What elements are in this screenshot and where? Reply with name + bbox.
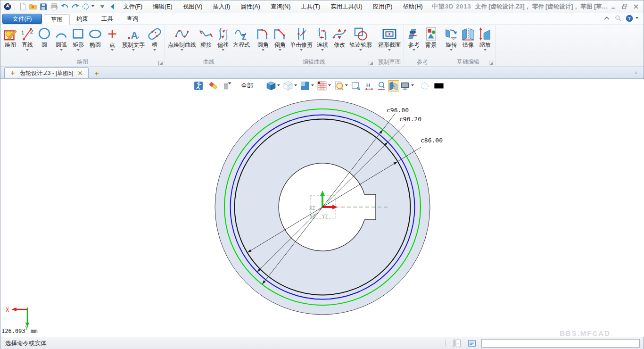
dropdown-arrow-icon[interactable] [388, 49, 391, 52]
menu-help[interactable]: 帮助(H) [397, 0, 428, 13]
ribbon-item-rotate[interactable]: 旋转 [443, 26, 460, 53]
ribbon-group-title: 预制草图 [375, 58, 404, 66]
menu-edit[interactable]: 编辑(E) [148, 0, 178, 13]
ribbon-item-pretext[interactable]: A 预制文字 [121, 26, 146, 53]
input-options-icon[interactable]: T [452, 339, 462, 348]
plane-label-xz[interactable]: XZ [309, 206, 315, 211]
ribbon-item-sketch[interactable]: 绘图 [2, 26, 19, 49]
ribbon-item-point-curve[interactable]: 点绘制曲线 [166, 26, 198, 53]
gear-sketch[interactable]: XZ YZ YZ c96.00 c90.2 [0, 79, 644, 337]
minimize-button[interactable] [609, 2, 618, 11]
ribbon-item-chamfer[interactable]: 倒角 [272, 26, 289, 53]
ribbon-item-label: 参考 [408, 42, 420, 48]
help-icon[interactable]: ? [625, 14, 634, 23]
app-brand: 中望3D 2013 [428, 2, 475, 11]
document-tab-label: 齿轮设计.Z3 - [草图5] [20, 69, 73, 77]
ribbon-item-bridge[interactable]: 桥接 [198, 26, 215, 49]
dropdown-arrow-icon[interactable] [222, 49, 224, 52]
drawing-canvas[interactable]: 全部 H [0, 79, 644, 337]
dialog-launcher-icon[interactable] [489, 61, 494, 66]
collapse-left-icon[interactable] [108, 2, 117, 11]
dialog-launcher-icon[interactable] [158, 61, 163, 66]
command-list-icon[interactable] [467, 339, 477, 348]
menu-applications[interactable]: 应用(P) [368, 0, 398, 13]
menu-insert[interactable]: 插入(I) [207, 0, 235, 13]
print-button[interactable] [50, 2, 58, 11]
dropdown-arrow-icon[interactable] [484, 49, 487, 52]
dropdown-arrow-icon[interactable] [450, 49, 453, 52]
ribbon-item-track-profile[interactable]: 轨迹轮廓 [348, 26, 373, 53]
tab-tools[interactable]: 工具 [95, 14, 120, 25]
ribbon-item-box-section[interactable]: 箱形截面 [377, 26, 402, 53]
tab-inquire[interactable]: 查询 [120, 14, 145, 25]
undo-button[interactable] [60, 2, 69, 11]
document-tab-active[interactable]: 齿轮设计.Z3 - [草图5] [4, 67, 89, 78]
menu-tools[interactable]: 工具(T) [296, 0, 325, 13]
close-button[interactable] [632, 2, 640, 11]
dropdown-arrow-icon[interactable] [279, 49, 281, 52]
dropdown-arrow-icon[interactable] [111, 49, 114, 52]
new-tab-button[interactable] [93, 70, 100, 77]
equation-icon: Σ [234, 26, 248, 42]
menu-view[interactable]: 视图(V) [178, 0, 208, 13]
ribbon-item-mirror[interactable]: 镜像 [460, 26, 477, 49]
ribbon-item-trim[interactable]: 单击修剪 [289, 26, 314, 53]
sync-view-button[interactable] [82, 2, 90, 11]
ribbon-item-scale[interactable]: 缩放 [477, 26, 494, 53]
dropdown-arrow-icon[interactable] [153, 49, 156, 52]
dialog-launcher-icon[interactable] [369, 61, 373, 66]
help-dropdown-icon[interactable] [636, 17, 638, 20]
tab-close-icon[interactable] [77, 70, 83, 76]
ribbon-group-predefined-sketch: 箱形截面 预制草图 [375, 25, 404, 66]
redo-button[interactable] [71, 2, 79, 11]
ribbon-item-reference[interactable]: REF 参考 [405, 26, 422, 53]
ribbon-item-label: 绘图 [5, 42, 16, 48]
ribbon-item-continue[interactable]: 连续 [314, 26, 331, 53]
command-input[interactable] [481, 339, 640, 348]
menu-utilities[interactable]: 实用工具(U) [325, 0, 367, 13]
dropdown-arrow-icon[interactable] [60, 49, 63, 52]
ribbon-item-line[interactable]: 12 直线 [19, 26, 36, 53]
menu-attributes[interactable]: 属性(A) [235, 0, 265, 13]
ribbon-item-rectangle[interactable]: 矩形 [70, 26, 87, 53]
menu-file[interactable]: 文件(F) [118, 0, 148, 13]
plane-label-yz[interactable]: YZ [322, 214, 328, 219]
ribbon-item-equation[interactable]: Σ 方程式 [231, 26, 251, 49]
tab-pin-plus-icon[interactable] [9, 70, 16, 76]
ribbon-item-slot[interactable]: 槽 [146, 26, 163, 53]
ribbon-item-modify[interactable]: 修改 [331, 26, 348, 49]
dropdown-arrow-icon[interactable] [359, 49, 362, 52]
ribbon-item-fillet[interactable]: 圆角 [255, 26, 272, 53]
new-document-button[interactable] [18, 2, 26, 11]
ribbon-item-arc[interactable]: 圆弧 [53, 26, 70, 53]
dropdown-arrow-icon[interactable] [26, 49, 29, 52]
open-file-button[interactable] [29, 2, 37, 11]
sync-dropdown-icon[interactable] [91, 5, 94, 8]
dropdown-arrow-icon[interactable] [300, 49, 303, 52]
ribbon-item-point[interactable]: 点 [104, 26, 121, 53]
toolbar-options-button[interactable] [98, 2, 106, 11]
ribbon-item-label: 连续 [317, 42, 328, 48]
save-button[interactable] [39, 2, 48, 11]
restore-button[interactable] [620, 2, 629, 11]
modify-icon [332, 26, 347, 42]
tab-constraints[interactable]: 约束 [70, 14, 95, 25]
ribbon-item-background[interactable]: 背景 [422, 26, 439, 49]
collapse-ribbon-icon[interactable] [602, 14, 611, 23]
ribbon-item-ellipse[interactable]: 椭圆 [87, 26, 104, 49]
dropdown-arrow-icon[interactable] [321, 49, 324, 52]
file-menu-button[interactable]: 文件(F) [2, 14, 42, 24]
ribbon-item-offset[interactable]: 偏移 [215, 26, 231, 53]
dropdown-arrow-icon[interactable] [413, 49, 415, 52]
ribbon-item-label: 缩放 [479, 42, 491, 48]
menu-inquire[interactable]: 查询(N) [265, 0, 296, 13]
dropdown-arrow-icon[interactable] [181, 49, 183, 52]
dropdown-arrow-icon[interactable] [262, 49, 264, 52]
dropdown-arrow-icon[interactable] [77, 49, 80, 52]
rectangle-icon [71, 26, 85, 42]
tab-sketch[interactable]: 草图 [44, 14, 70, 25]
search-icon[interactable] [613, 14, 623, 23]
tab-list-icon[interactable] [633, 69, 643, 78]
ribbon-item-circle[interactable]: 圆 [36, 26, 53, 49]
dropdown-arrow-icon[interactable] [132, 49, 135, 52]
